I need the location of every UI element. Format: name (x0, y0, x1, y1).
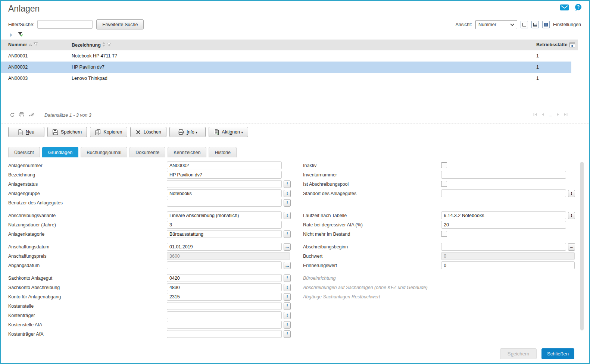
field-label-bezeichnung: Bezeichnung (8, 172, 35, 178)
mail-icon[interactable] (560, 4, 569, 10)
field-erinnerungswert-input[interactable] (441, 261, 575, 269)
checkbox-inaktiv[interactable] (441, 162, 447, 168)
advanced-search-button[interactable]: Erweiterte Suche (96, 19, 144, 29)
form-row: Bezeichnung (8, 170, 301, 180)
lookup-button-anlagengruppe[interactable]: ! (284, 190, 291, 197)
lookup-button-standort-des-anlagegutes[interactable]: ! (568, 190, 575, 197)
view-normal-icon[interactable] (521, 21, 528, 28)
field-abgangsdatum-input[interactable] (167, 261, 282, 269)
close-button[interactable]: Schließen (541, 348, 574, 359)
filter-funnel-icon[interactable] (34, 42, 38, 47)
field-nutzungsdauer-jahre-input[interactable] (167, 221, 282, 229)
tab-dokumente[interactable]: Dokumente (129, 147, 165, 157)
field-kostentr-ger-afa-input[interactable] (167, 330, 282, 338)
save-button: Speichern (500, 348, 537, 359)
lookup-button-kostentr-ger-afa[interactable]: ! (284, 330, 291, 338)
column-header-bezeichnung[interactable]: Bezeichnung (72, 42, 111, 48)
field-anschaffungsdatum-input[interactable] (167, 243, 282, 251)
tab-historie[interactable]: Historie (209, 147, 236, 157)
next-page-icon[interactable] (556, 112, 559, 117)
date-picker-button-abgangsdatum[interactable]: ... (284, 262, 291, 269)
tab-buchungsjournal[interactable]: Buchungsjournal (81, 147, 127, 157)
lookup-button-abschreibungsvariante[interactable]: ! (284, 212, 291, 219)
export-settings-icon[interactable] (28, 112, 35, 118)
first-page-icon[interactable] (533, 112, 537, 117)
tab-bersicht[interactable]: Übersicht (8, 147, 40, 157)
field-benutzer-des-anlagegutes-input[interactable] (167, 199, 282, 207)
lookup-button-kostentr-ger[interactable]: ! (284, 312, 291, 319)
field-standort-des-anlagegutes-input[interactable] (441, 189, 566, 197)
lookup-button-laufzeit-nach-tabelle[interactable]: ! (568, 212, 575, 219)
table-row[interactable]: AN00001Notebook HP 4711 T71 (1, 50, 571, 62)
filter-active-icon[interactable] (18, 32, 23, 38)
view-detail-icon[interactable] (542, 21, 550, 28)
toolbar: NeuSpeichernKopierenLöschenInfo ▾Aktione… (8, 127, 248, 137)
lookup-button-sachkonto-abschreibung[interactable]: ! (284, 284, 291, 291)
tab-kennzeichen[interactable]: Kennzeichen (168, 147, 206, 157)
checkbox-nicht-mehr-im-bestand[interactable] (441, 231, 447, 237)
last-page-icon[interactable] (564, 112, 568, 117)
field-bezeichnung-input[interactable] (167, 171, 282, 179)
form-scrollbar[interactable] (580, 162, 584, 339)
field-label-ist-abschreibungspool: Ist Abschreibungspool (303, 182, 349, 187)
lookup-button-anlagenkategorie[interactable]: ! (284, 230, 291, 238)
toolbar-button-speichern[interactable]: Speichern (47, 127, 87, 137)
lookup-button-sachkonto-anlagegut[interactable]: ! (284, 274, 291, 282)
form-row: Büroeinrichtung (303, 274, 579, 283)
settings-link[interactable]: Einstellungen (553, 22, 581, 27)
field-anlagenkategorie-input[interactable] (167, 230, 282, 238)
tab-grundlagen[interactable]: Grundlagen (42, 147, 78, 157)
previous-page-icon[interactable] (541, 112, 544, 117)
pagination: ... (533, 112, 568, 117)
toolbar-button-info[interactable]: Info ▾ (169, 127, 206, 137)
field-label-anschaffungspreis: Anschaffungspreis (8, 254, 47, 259)
date-picker-button-abschreibungsbeginn[interactable]: ... (568, 243, 575, 251)
form-row: Inventarnummer (303, 170, 579, 180)
field-kostenstelle-input[interactable] (167, 302, 282, 310)
form-row: Benutzer des Anlagegutes! (8, 198, 301, 208)
field-label-laufzeit-nach-tabelle: Laufzeit nach Tabelle (303, 213, 347, 218)
lookup-button-anlagenstatus[interactable]: ! (284, 181, 291, 188)
lookup-button-konto-f-r-anlagenabgang[interactable]: ! (284, 293, 291, 301)
field-anlagenstatus-input[interactable] (167, 180, 282, 188)
date-picker-button-anschaffungsdatum[interactable]: ... (284, 243, 291, 251)
column-header-nummer[interactable]: Nummer (8, 42, 38, 47)
print-icon[interactable] (19, 112, 24, 118)
filter-funnel-icon[interactable] (107, 43, 111, 48)
help-icon[interactable]: ? (575, 4, 582, 11)
field-sachkonto-anlagegut-input[interactable] (167, 274, 282, 282)
column-header-betriebsstaette[interactable]: Betriebsstätte (536, 42, 567, 47)
view-split-icon[interactable] (531, 21, 539, 28)
field-sachkonto-abschreibung-input[interactable] (167, 283, 282, 291)
toolbar-button-kopieren[interactable]: Kopieren (90, 127, 127, 137)
search-input[interactable] (37, 20, 93, 29)
field-rate-bei-degressiver-afa-input[interactable] (441, 221, 566, 229)
lookup-button-kostenstelle[interactable]: ! (284, 302, 291, 310)
expand-arrow-icon[interactable] (10, 32, 13, 38)
checkbox-ist-abschreibungspool[interactable] (441, 181, 447, 187)
dialog-footer: Speichern Schließen (500, 348, 574, 359)
table-row[interactable]: AN00002HP Pavilion dv71 (1, 62, 571, 73)
toolbar-button-aktionen[interactable]: Aktionen ▾ (209, 127, 248, 137)
lookup-button-benutzer-des-anlagegutes[interactable]: ! (284, 199, 291, 207)
field-kostentr-ger-input[interactable] (167, 311, 282, 319)
field-abschreibungsbeginn-input[interactable] (441, 243, 566, 251)
field-inventarnummer-input[interactable] (441, 171, 566, 179)
toolbar-button-l-schen[interactable]: Löschen (130, 127, 166, 137)
form-row: Anlagenkategorie! (8, 230, 301, 239)
refresh-icon[interactable] (10, 112, 15, 119)
scrollbar-thumb[interactable] (580, 162, 584, 330)
field-anlagennummer-input[interactable] (167, 161, 282, 169)
lookup-button-kostenstelle-afa[interactable]: ! (284, 321, 291, 329)
table-row[interactable]: AN00003Lenovo Thinkpad1 (1, 73, 571, 84)
field-abschreibungsvariante-input[interactable] (167, 211, 282, 219)
print-icon (178, 129, 184, 135)
form-row: Kostenträger! (8, 311, 301, 320)
toolbar-button-neu[interactable]: Neu (8, 127, 44, 137)
field-kostenstelle-afa-input[interactable] (167, 321, 282, 329)
field-laufzeit-nach-tabelle-input[interactable] (441, 211, 566, 219)
view-select[interactable]: Nummer (475, 20, 517, 29)
field-konto-f-r-anlagenabgang-input[interactable] (167, 293, 282, 301)
column-chooser-icon[interactable] (569, 43, 575, 48)
field-anlagengruppe-input[interactable] (167, 189, 282, 197)
